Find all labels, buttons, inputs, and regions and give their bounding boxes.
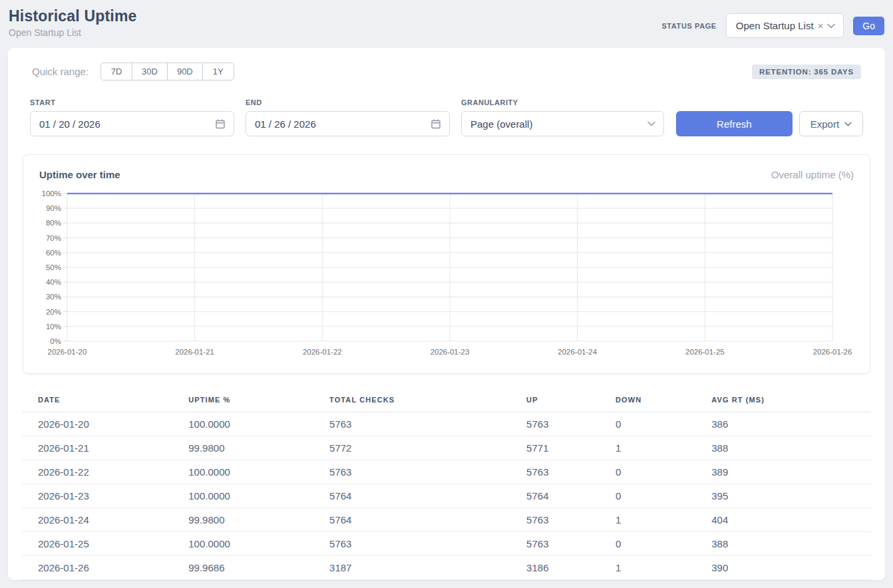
column-header: AVG RT (MS) xyxy=(709,390,871,412)
table-cell: 100.0000 xyxy=(186,484,327,508)
calendar-icon[interactable] xyxy=(215,118,226,129)
start-date-field: START 01 / 20 / 2026 xyxy=(30,98,234,136)
table-cell: 99.9686 xyxy=(186,556,327,580)
table-cell: 0 xyxy=(613,484,709,508)
export-button-label: Export xyxy=(810,118,839,130)
go-button[interactable]: Go xyxy=(853,17,884,35)
x-axis-label: 2026-01-24 xyxy=(558,348,597,356)
y-axis-label: 0% xyxy=(50,337,61,345)
start-date-input[interactable]: 01 / 20 / 2026 xyxy=(30,111,234,136)
table-cell: 2026-01-25 xyxy=(22,532,186,556)
page-title: Historical Uptime xyxy=(9,7,137,25)
table-cell: 100.0000 xyxy=(186,412,327,436)
chart-legend: Overall uptime (%) xyxy=(771,169,854,180)
chart-header: Uptime over time Overall uptime (%) xyxy=(39,169,854,180)
table-cell: 389 xyxy=(709,460,871,484)
filter-row: START 01 / 20 / 2026 END 01 / 26 / 2026 xyxy=(22,98,871,136)
table-cell: 395 xyxy=(709,484,871,508)
y-axis-label: 10% xyxy=(46,323,61,331)
chevron-down-icon xyxy=(827,23,835,29)
end-date-input[interactable]: 01 / 26 / 2026 xyxy=(246,111,450,136)
table-cell: 5763 xyxy=(327,532,524,556)
x-axis-label: 2026-01-23 xyxy=(431,348,470,356)
table-cell: 5763 xyxy=(524,508,613,532)
calendar-icon[interactable] xyxy=(431,118,441,129)
status-page-selected-value: Open Startup List xyxy=(736,20,814,31)
table-cell: 2026-01-20 xyxy=(22,412,186,436)
quick-range-90d-button[interactable]: 90D xyxy=(167,63,203,80)
x-axis-label: 2026-01-22 xyxy=(303,348,342,356)
refresh-button[interactable]: Refresh xyxy=(676,111,793,136)
table-row: 2026-01-25100.0000576357630388 xyxy=(22,532,871,556)
table-cell: 100.0000 xyxy=(186,460,327,484)
y-axis-label: 70% xyxy=(46,234,61,242)
export-button[interactable]: Export xyxy=(799,111,863,136)
quick-range-1y-button[interactable]: 1Y xyxy=(202,63,234,80)
table-cell: 5764 xyxy=(524,484,613,508)
y-axis-label: 40% xyxy=(46,278,61,286)
granularity-label: GRANULARITY xyxy=(461,98,664,106)
column-header: UP xyxy=(524,390,613,412)
table-cell: 1 xyxy=(613,508,709,532)
clear-selection-icon[interactable]: × xyxy=(818,21,824,31)
start-date-value: 01 / 20 / 2026 xyxy=(39,118,100,130)
table-header-row: DATEUPTIME %TOTAL CHECKSUPDOWNAVG RT (MS… xyxy=(22,390,871,412)
table-row: 2026-01-2699.9686318731861390 xyxy=(22,556,871,580)
table-cell: 1 xyxy=(613,556,709,580)
x-axis-label: 2026-01-20 xyxy=(48,348,87,356)
uptime-chart-card: Uptime over time Overall uptime (%) 0%10… xyxy=(23,154,870,374)
y-axis-label: 90% xyxy=(46,204,61,212)
table-cell: 0 xyxy=(613,412,709,436)
table-cell: 5772 xyxy=(327,436,524,460)
table-cell: 388 xyxy=(709,532,871,556)
x-axis-label: 2026-01-25 xyxy=(685,348,725,356)
quick-range-row: Quick range: 7D30D90D1Y RETENTION: 365 D… xyxy=(22,63,871,80)
uptime-table: DATEUPTIME %TOTAL CHECKSUPDOWNAVG RT (MS… xyxy=(22,390,871,580)
table-cell: 5771 xyxy=(524,436,613,460)
y-axis-label: 30% xyxy=(46,293,61,301)
table-cell: 386 xyxy=(709,412,871,436)
uptime-table-head: DATEUPTIME %TOTAL CHECKSUPDOWNAVG RT (MS… xyxy=(22,390,871,412)
granularity-selected-value: Page (overall) xyxy=(470,118,532,130)
table-cell: 5763 xyxy=(327,460,524,484)
table-cell: 404 xyxy=(709,508,871,532)
table-cell: 99.9800 xyxy=(186,508,327,532)
table-cell: 5763 xyxy=(524,412,613,436)
table-row: 2026-01-20100.0000576357630386 xyxy=(22,412,871,436)
title-block: Historical Uptime Open Startup List xyxy=(9,7,137,38)
quick-range-30d-button[interactable]: 30D xyxy=(132,63,168,80)
table-cell: 2026-01-23 xyxy=(22,484,186,508)
table-cell: 2026-01-21 xyxy=(22,436,186,460)
chevron-down-icon xyxy=(647,121,655,126)
table-cell: 2026-01-24 xyxy=(22,508,186,532)
table-cell: 2026-01-22 xyxy=(22,460,186,484)
x-axis-label: 2026-01-26 xyxy=(813,348,852,356)
chevron-down-icon xyxy=(844,122,852,126)
table-cell: 0 xyxy=(613,460,709,484)
table-cell: 3187 xyxy=(327,556,524,580)
page-header: Historical Uptime Open Startup List STAT… xyxy=(0,0,893,47)
table-cell: 100.0000 xyxy=(186,532,327,556)
table-cell: 5763 xyxy=(524,460,613,484)
table-cell: 99.9800 xyxy=(186,436,327,460)
table-cell: 388 xyxy=(709,436,871,460)
uptime-line-chart: 0%10%20%30%40%50%60%70%80%90%100%2026-01… xyxy=(39,188,854,363)
y-axis-label: 50% xyxy=(46,263,61,271)
header-controls: STATUS PAGE Open Startup List × Go xyxy=(661,13,884,38)
quick-range-7d-button[interactable]: 7D xyxy=(100,63,132,80)
table-cell: 3186 xyxy=(524,556,613,580)
granularity-select[interactable]: Page (overall) xyxy=(461,111,664,136)
table-cell: 5763 xyxy=(327,412,524,436)
status-page-select[interactable]: Open Startup List × xyxy=(726,13,844,38)
table-row: 2026-01-2199.9800577257711388 xyxy=(22,436,871,460)
quick-range-button-group: 7D30D90D1Y xyxy=(100,63,234,80)
x-axis-label: 2026-01-21 xyxy=(175,348,214,356)
end-date-field: END 01 / 26 / 2026 xyxy=(246,98,450,136)
page-subtitle: Open Startup List xyxy=(9,27,137,38)
table-cell: 2026-01-26 xyxy=(22,556,186,580)
table-cell: 5764 xyxy=(327,508,524,532)
chart-title: Uptime over time xyxy=(39,169,120,180)
table-row: 2026-01-23100.0000576457640395 xyxy=(22,484,871,508)
table-cell: 390 xyxy=(709,556,871,580)
quick-range-label: Quick range: xyxy=(32,66,89,77)
